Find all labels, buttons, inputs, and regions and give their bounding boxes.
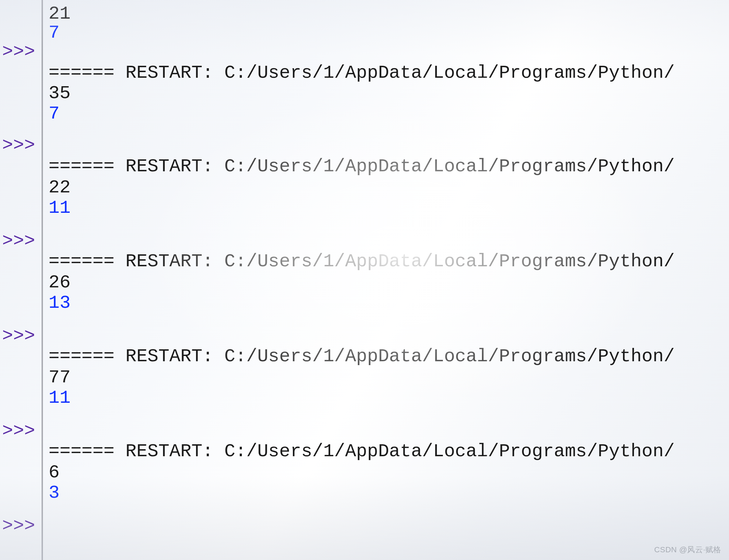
- prompt-marker: >>>: [2, 327, 35, 345]
- prompt-marker: >>>: [2, 136, 35, 155]
- prompt-marker: >>>: [2, 422, 35, 440]
- output-value: 13: [49, 294, 70, 312]
- prompt-marker: >>>: [2, 517, 35, 535]
- output-value: 35: [49, 84, 70, 103]
- prompt-gutter: >>> >>> >>> >>> >>> >>>: [0, 0, 42, 560]
- output-value: 11: [49, 199, 70, 217]
- output-value: 3: [49, 484, 59, 502]
- csdn-watermark: CSDN @风云·赋格: [654, 545, 721, 555]
- gutter-separator: [42, 0, 43, 560]
- restart-banner: ====== RESTART: C:/Users/1/AppData/Local…: [49, 64, 675, 82]
- shell-output-area[interactable]: 21 7 ====== RESTART: C:/Users/1/AppData/…: [49, 0, 729, 560]
- output-value: 77: [49, 369, 70, 387]
- output-value: 11: [49, 389, 70, 407]
- idle-shell-window: >>> >>> >>> >>> >>> >>> 21 7 ====== REST…: [0, 0, 729, 560]
- output-value: 26: [49, 274, 70, 292]
- output-value: 22: [49, 179, 70, 197]
- restart-banner: ====== RESTART: C:/Users/1/AppData/Local…: [49, 443, 675, 461]
- output-value: 7: [49, 105, 59, 123]
- restart-banner: ====== RESTART: C:/Users/1/AppData/Local…: [49, 253, 675, 271]
- prompt-marker: >>>: [2, 232, 35, 250]
- prompt-marker: >>>: [2, 43, 35, 61]
- output-value: 6: [49, 464, 59, 482]
- output-value: 7: [49, 24, 59, 42]
- output-value: 21: [49, 5, 70, 23]
- restart-banner: ====== RESTART: C:/Users/1/AppData/Local…: [49, 158, 675, 176]
- restart-banner: ====== RESTART: C:/Users/1/AppData/Local…: [49, 348, 675, 366]
